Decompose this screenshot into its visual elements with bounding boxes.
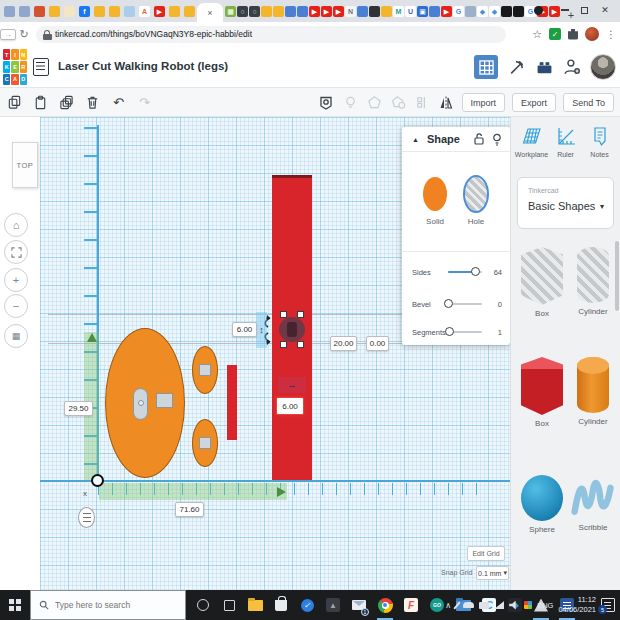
browser-tabs-left[interactable]: fA▶: [0, 0, 195, 22]
onedrive-cloud-icon[interactable]: [463, 602, 474, 608]
browser-tab-favicon[interactable]: [429, 6, 440, 17]
fit-view-button[interactable]: [4, 240, 28, 264]
browser-tab-favicon[interactable]: [261, 6, 272, 17]
show-hidden-bulb-icon[interactable]: [342, 94, 359, 111]
browser-tab-favicon[interactable]: [501, 6, 512, 17]
view-cube-top[interactable]: TOP: [12, 142, 38, 188]
import-button[interactable]: Import: [462, 93, 506, 112]
collaborate-person-icon[interactable]: [562, 57, 582, 77]
browser-tab-favicon[interactable]: ○: [237, 6, 248, 17]
group-icon[interactable]: [366, 94, 383, 111]
slider-knob[interactable]: [471, 267, 480, 276]
send-to-button[interactable]: Send To: [563, 93, 614, 112]
close-tab-icon[interactable]: ×: [207, 8, 212, 18]
dim-plate-height[interactable]: 29.50: [64, 401, 93, 416]
dim-gap[interactable]: 20.00: [330, 336, 357, 351]
browser-tab-favicon[interactable]: G: [453, 6, 464, 17]
ruler-tool[interactable]: Ruler: [549, 125, 582, 167]
disc-square-hole[interactable]: [156, 393, 173, 408]
browser-tab-favicon[interactable]: ▣: [417, 6, 428, 17]
height-arrow-strip[interactable]: ↕: [256, 312, 267, 348]
maximize-button[interactable]: [581, 7, 588, 14]
browser-tab-favicon[interactable]: ▶: [333, 6, 344, 17]
home-view-button[interactable]: ⌂: [4, 213, 28, 237]
browser-tab-favicon[interactable]: [273, 6, 284, 17]
slider-track[interactable]: [448, 271, 482, 273]
active-tab[interactable]: ×: [197, 3, 223, 22]
taskbar-app-taskview[interactable]: [216, 590, 242, 620]
browser-tab-favicon[interactable]: [34, 6, 45, 17]
lock-icon[interactable]: [474, 133, 484, 145]
taskbar-search[interactable]: [30, 590, 186, 620]
search-input[interactable]: [55, 600, 165, 610]
browser-tab-favicon[interactable]: M: [393, 6, 404, 17]
extension-dark-icon[interactable]: [568, 29, 578, 40]
slider-knob[interactable]: [445, 327, 454, 336]
start-button[interactable]: [0, 590, 30, 620]
dim-sel-width-active[interactable]: 6.00: [276, 397, 304, 415]
slider-track[interactable]: [448, 303, 482, 305]
browser-tab-favicon[interactable]: [4, 6, 15, 17]
tinkercad-logo[interactable]: TINKERCAD: [3, 49, 27, 85]
browser-tab-favicon[interactable]: U: [405, 6, 416, 17]
browser-tab-favicon[interactable]: [64, 6, 75, 17]
copy-icon[interactable]: [6, 94, 23, 111]
selection-handle[interactable]: [297, 311, 304, 318]
browser-avatar[interactable]: [585, 27, 599, 41]
url-text[interactable]: tinkercad.com/things/boVNGaqN3Y8-epic-ha…: [55, 29, 252, 39]
network-icon[interactable]: [494, 601, 504, 609]
blocks-brick-icon[interactable]: [534, 57, 554, 77]
browser-tab-favicon[interactable]: [94, 6, 105, 17]
folder-tray-icon[interactable]: [479, 602, 489, 609]
shape-gallery-sphere-sphere[interactable]: Sphere: [519, 475, 565, 534]
shape-gallery-scribble-scribble[interactable]: Scribble: [570, 475, 616, 532]
browser-tab-favicon[interactable]: ▶: [441, 6, 452, 17]
dashboard-grid-button[interactable]: [474, 55, 498, 79]
browser-tab-favicon[interactable]: ◆: [489, 6, 500, 17]
action-center-icon[interactable]: 5: [601, 598, 615, 612]
paste-icon[interactable]: [32, 94, 49, 111]
browser-tab-favicon[interactable]: [49, 6, 60, 17]
bookmark-star-icon[interactable]: ☆: [532, 28, 542, 41]
clock[interactable]: 11:12 04/06/2021: [558, 595, 596, 616]
bulb-icon[interactable]: [492, 133, 502, 146]
collapse-panel-icon[interactable]: ▲: [412, 136, 419, 143]
volume-icon[interactable]: [509, 601, 519, 610]
language-indicator[interactable]: ENG: [537, 601, 553, 610]
browser-tab-favicon[interactable]: ▶: [309, 6, 320, 17]
reload-icon[interactable]: ↻: [16, 28, 32, 41]
shape-gallery-cylinder-hole-cyl[interactable]: Cylinder: [570, 247, 616, 316]
sidebar-scrollbar[interactable]: [615, 241, 619, 311]
tinker-pickaxe-icon[interactable]: [506, 57, 526, 77]
duplicate-icon[interactable]: [58, 94, 75, 111]
browser-tab-favicon[interactable]: [169, 6, 180, 17]
shape-gallery-box-hole-box[interactable]: Box: [519, 247, 565, 318]
design-properties-icon[interactable]: [33, 58, 49, 76]
dim-plate-width[interactable]: 71.60: [175, 502, 204, 517]
browser-tab-favicon[interactable]: [184, 6, 195, 17]
browser-tab-favicon[interactable]: [109, 6, 120, 17]
thin-red-plank-shape[interactable]: [227, 365, 237, 440]
zoom-in-button[interactable]: +: [4, 268, 28, 292]
taskbar-app-defender[interactable]: ✓: [294, 590, 320, 620]
solid-swatch[interactable]: [423, 177, 447, 211]
snap-grid-dropdown[interactable]: 0.1 mm▾: [476, 566, 509, 580]
tray-chevron-icon[interactable]: ∧: [445, 601, 451, 610]
shape-gallery-box-red-box[interactable]: Box: [519, 357, 565, 428]
notes-tool[interactable]: Notes: [583, 125, 616, 167]
width-arrow-band[interactable]: ↔: [278, 377, 306, 393]
taskbar-app-mail[interactable]: 1: [346, 590, 372, 620]
browser-tabs-right[interactable]: ▦○○▶▶▶NMU▣▶G◆◆G▶▶: [225, 0, 560, 22]
taskbar-app-fapp[interactable]: F: [398, 590, 424, 620]
browser-tab-favicon[interactable]: [465, 6, 476, 17]
minimize-button[interactable]: [561, 9, 569, 11]
design-title[interactable]: Laser Cut Walking Robot (legs): [58, 60, 228, 72]
colorful-app-tray-icon[interactable]: [524, 601, 532, 609]
browser-tab-favicon[interactable]: ▶: [154, 6, 165, 17]
shape-gallery-cylinder-org-cyl[interactable]: Cylinder: [570, 357, 616, 426]
undo-icon[interactable]: ↶: [110, 94, 127, 111]
disc-pill-hole[interactable]: [133, 388, 148, 420]
browser-profile-dot-icon[interactable]: [534, 6, 543, 15]
zoom-out-button[interactable]: −: [4, 294, 28, 318]
browser-tab-favicon[interactable]: ▶: [321, 6, 332, 17]
